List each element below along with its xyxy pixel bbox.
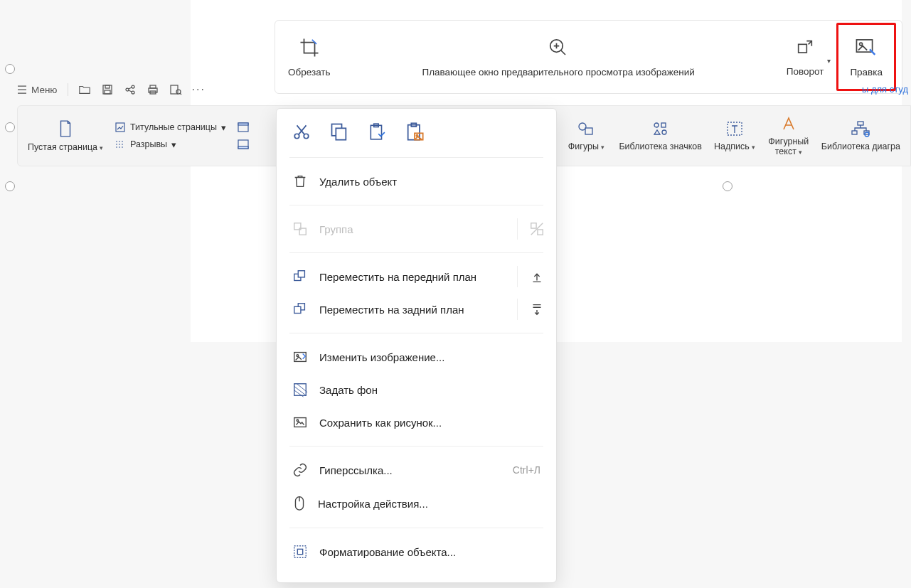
share-button[interactable] bbox=[124, 83, 137, 96]
svg-point-9 bbox=[132, 91, 134, 94]
selection-handle[interactable] bbox=[5, 122, 15, 132]
save-button[interactable] bbox=[101, 83, 114, 96]
quick-access-toolbar: Меню ··· bbox=[17, 80, 206, 100]
shapes-label: Фигуры bbox=[568, 141, 599, 151]
page-break-icon bbox=[114, 139, 126, 150]
change-image-item[interactable]: Изменить изображение... bbox=[277, 341, 556, 373]
group-icon bbox=[292, 221, 308, 237]
hyperlink-label: Гиперссылка... bbox=[319, 464, 393, 476]
svg-point-52 bbox=[297, 419, 298, 421]
word-art-icon bbox=[779, 115, 798, 132]
cut-button[interactable] bbox=[292, 122, 311, 141]
context-menu: Удалить объект Группа Переместить на пер… bbox=[276, 108, 557, 583]
svg-rect-33 bbox=[336, 128, 346, 139]
word-art-button[interactable]: Фигурныйтекст▾ bbox=[763, 112, 814, 160]
send-back-side-button[interactable] bbox=[517, 299, 545, 320]
bring-front-label: Переместить на передний план bbox=[319, 271, 476, 283]
chevron-down-icon: ▾ bbox=[799, 149, 802, 156]
icon-library-button[interactable]: Библиотека значков bbox=[614, 117, 705, 154]
hyperlink-item[interactable]: Гиперссылка... Ctrl+Л bbox=[277, 454, 556, 486]
selection-handle[interactable] bbox=[5, 64, 15, 74]
word-art-label2: текст bbox=[775, 146, 797, 156]
trash-icon bbox=[292, 173, 308, 189]
separator bbox=[289, 157, 543, 158]
paste-button[interactable] bbox=[368, 122, 386, 141]
bring-to-front-item[interactable]: Переместить на передний план bbox=[277, 260, 556, 293]
menu-label: Меню bbox=[31, 85, 58, 95]
svg-rect-6 bbox=[105, 90, 110, 94]
separator bbox=[289, 528, 543, 528]
text-box-icon bbox=[725, 120, 744, 137]
ungroup-side-button bbox=[517, 218, 545, 240]
selection-handle[interactable] bbox=[723, 181, 732, 191]
format-object-item[interactable]: Форматирование объекта... bbox=[277, 535, 556, 568]
floating-preview-button[interactable]: Плавающее окно предварительного просмотр… bbox=[343, 33, 774, 82]
save-picture-icon bbox=[292, 415, 308, 430]
svg-rect-27 bbox=[852, 131, 857, 134]
breaks-label: Разрывы bbox=[130, 139, 167, 149]
set-background-item[interactable]: Задать фон bbox=[277, 373, 556, 406]
separator bbox=[289, 333, 543, 333]
shapes-button[interactable]: Фигуры▾ bbox=[560, 117, 612, 154]
chevron-down-icon: ▾ bbox=[171, 139, 176, 150]
delete-object-item[interactable]: Удалить объект bbox=[277, 165, 556, 198]
cover-pages-button[interactable]: Титульные страницы ▾ bbox=[114, 122, 226, 133]
student-link-fragment[interactable]: ы для студ bbox=[862, 84, 908, 95]
separator bbox=[289, 205, 543, 205]
bring-front-icon bbox=[292, 269, 308, 284]
svg-rect-43 bbox=[538, 230, 543, 235]
svg-rect-19 bbox=[238, 146, 248, 149]
hyperlink-shortcut: Ctrl+Л bbox=[513, 464, 540, 476]
edit-label: Правка bbox=[850, 67, 883, 77]
action-settings-item[interactable]: Настройка действия... bbox=[277, 486, 556, 520]
svg-rect-15 bbox=[116, 123, 124, 132]
copy-button[interactable] bbox=[329, 122, 349, 141]
change-image-label: Изменить изображение... bbox=[319, 351, 444, 363]
print-preview-button[interactable] bbox=[169, 83, 182, 96]
shapes-icon bbox=[577, 120, 595, 137]
clipboard-icon-row bbox=[277, 122, 556, 150]
format-object-label: Форматирование объекта... bbox=[319, 546, 456, 558]
edit-button[interactable]: Правка bbox=[836, 23, 896, 91]
svg-rect-17 bbox=[238, 123, 248, 125]
svg-rect-55 bbox=[297, 549, 302, 554]
header-footer-icons bbox=[233, 122, 253, 149]
svg-rect-5 bbox=[105, 85, 110, 88]
blank-page-label: Пустая страница bbox=[28, 142, 97, 152]
menu-button[interactable]: Меню bbox=[17, 85, 58, 95]
canvas-background: Обрезать Плавающее окно предварительного… bbox=[0, 0, 911, 588]
crop-label: Обрезать bbox=[288, 67, 331, 77]
svg-point-7 bbox=[126, 88, 129, 91]
print-button[interactable] bbox=[146, 83, 159, 96]
floating-preview-label: Плавающее окно предварительного просмотр… bbox=[422, 67, 694, 77]
send-to-back-item[interactable]: Переместить на задний план bbox=[277, 293, 556, 326]
svg-point-3 bbox=[860, 43, 863, 46]
rotate-button[interactable]: Поворот ▾ bbox=[779, 33, 831, 81]
action-settings-label: Настройка действия... bbox=[318, 498, 428, 510]
open-folder-button[interactable] bbox=[78, 83, 91, 96]
diagram-library-button[interactable]: Библиотека диагра bbox=[817, 117, 905, 154]
text-box-button[interactable]: Надпись▾ bbox=[709, 117, 760, 154]
breaks-button[interactable]: Разрывы ▾ bbox=[114, 139, 176, 150]
diagram-icon bbox=[851, 120, 870, 137]
svg-rect-45 bbox=[298, 271, 304, 277]
crop-button[interactable]: Обрезать bbox=[281, 33, 338, 82]
icon-library-icon bbox=[651, 120, 670, 137]
group-item: Группа bbox=[277, 213, 556, 245]
footer-icon[interactable] bbox=[238, 139, 249, 149]
more-button[interactable]: ··· bbox=[192, 83, 206, 96]
crop-icon bbox=[299, 37, 320, 58]
svg-point-8 bbox=[132, 85, 134, 88]
bring-front-side-button[interactable] bbox=[517, 266, 545, 287]
header-icon[interactable] bbox=[238, 122, 249, 132]
delete-object-label: Удалить объект bbox=[319, 176, 397, 188]
save-as-picture-item[interactable]: Сохранить как рисунок... bbox=[277, 406, 556, 439]
svg-rect-1 bbox=[799, 44, 807, 53]
svg-point-24 bbox=[662, 130, 666, 134]
chevron-down-icon: ▾ bbox=[221, 122, 226, 133]
paste-as-picture-button[interactable] bbox=[405, 122, 425, 141]
group-label: Группа bbox=[319, 223, 353, 235]
selection-handle[interactable] bbox=[5, 181, 15, 191]
blank-page-button[interactable]: Пустая страница▾ bbox=[23, 117, 107, 155]
text-box-label: Надпись bbox=[714, 141, 750, 151]
